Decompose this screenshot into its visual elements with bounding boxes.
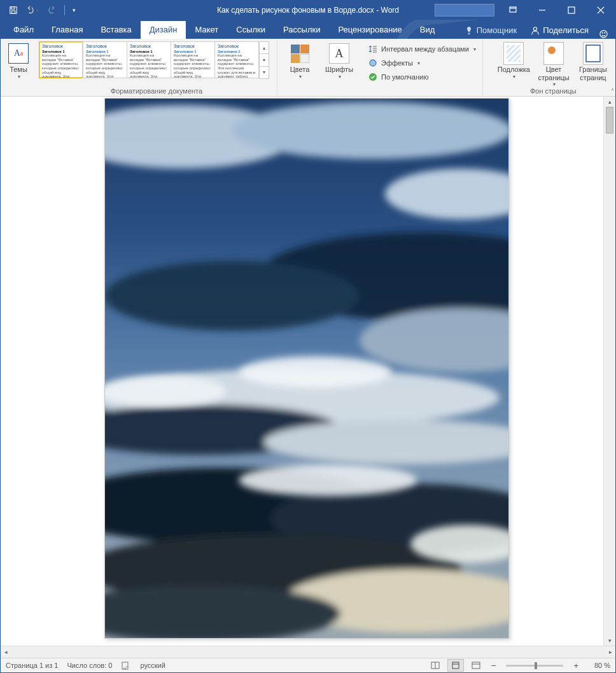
gallery-down-button[interactable]: ▾ — [259, 53, 269, 66]
colors-label: Цвета — [290, 66, 310, 74]
tab-home[interactable]: Главная — [43, 21, 92, 39]
group-doc-formatting: ЗаголовокЗаголовок 1Коллекция на вкладке… — [36, 39, 277, 96]
set-default-button[interactable]: По умолчанию — [368, 71, 476, 83]
person-icon — [531, 26, 540, 35]
themes-icon: Aa — [8, 43, 29, 64]
minimize-button[interactable] — [528, 1, 557, 20]
page-indicator[interactable]: Страница 1 из 1 — [6, 662, 58, 669]
svg-point-7 — [602, 32, 603, 33]
web-layout-button[interactable] — [468, 659, 484, 672]
svg-rect-1 — [11, 7, 15, 10]
watermark-button[interactable]: Подложка▾ — [494, 40, 534, 80]
paragraph-spacing-icon — [368, 44, 378, 54]
fonts-label: Шрифты — [325, 66, 353, 74]
zoom-slider[interactable] — [506, 665, 563, 667]
tab-design[interactable]: Дизайн — [141, 21, 186, 39]
tab-file[interactable]: Файл — [4, 21, 43, 39]
gallery-up-button[interactable]: ▴ — [259, 41, 269, 54]
svg-point-5 — [534, 27, 537, 30]
gallery-more-button[interactable]: ▾ — [259, 66, 269, 79]
zoom-out-button[interactable]: − — [488, 660, 498, 670]
lightbulb-icon — [465, 26, 473, 35]
colors-button[interactable]: Цвета▾ — [280, 40, 319, 80]
spellcheck-icon[interactable] — [121, 660, 131, 670]
zoom-in-button[interactable]: + — [571, 661, 581, 670]
tell-me-label: Помощник — [477, 25, 517, 35]
tab-references[interactable]: Ссылки — [227, 21, 274, 39]
vertical-scrollbar[interactable]: ▴ ▾ — [603, 97, 615, 646]
smile-icon — [599, 29, 608, 39]
paragraph-spacing-button[interactable]: Интервал между абзацами▾ — [368, 43, 476, 55]
qat-customize-button[interactable]: ▾ — [69, 3, 79, 18]
share-button[interactable]: Поделиться — [524, 22, 595, 39]
title-bar: ▾ ▾ Как сделать рисунок фоновым в Ворде.… — [1, 1, 615, 20]
svg-point-8 — [604, 32, 605, 33]
tell-me[interactable]: Помощник — [457, 22, 525, 39]
check-icon — [368, 72, 378, 82]
style-set-item[interactable]: ЗаголовокЗаголовок 1Коллекция на вкладке… — [171, 41, 215, 78]
page-1 — [104, 98, 509, 639]
maximize-button[interactable] — [557, 1, 586, 20]
group-doc-formatting-label: Форматирование документа — [111, 87, 202, 96]
style-set-item[interactable]: ЗаголовокЗаголовок 1Коллекция на вкладке… — [83, 41, 127, 78]
group-colors-fonts: Цвета▾ A Шрифты▾ — [277, 39, 361, 96]
collapse-ribbon-button[interactable]: ˄ — [611, 88, 614, 95]
quick-access-toolbar: ▾ ▾ — [1, 3, 79, 18]
ribbon-tabs: Файл Главная Вставка Дизайн Макет Ссылки… — [1, 20, 615, 39]
horizontal-scrollbar[interactable]: ◂ ▸ — [1, 646, 615, 658]
scroll-left-button[interactable]: ◂ — [1, 649, 11, 655]
fonts-icon: A — [329, 43, 349, 64]
svg-point-6 — [599, 31, 606, 38]
style-set-item[interactable]: ЗаголовокЗаголовок 1Коллекция на вкладке… — [127, 41, 171, 78]
scroll-right-button[interactable]: ▸ — [605, 649, 615, 655]
save-button[interactable] — [4, 3, 22, 18]
watermark-icon — [503, 42, 524, 65]
fonts-button[interactable]: A Шрифты▾ — [319, 40, 359, 80]
group-page-background: Подложка▾ Цвет страницы▾ Границы страниц… — [491, 39, 615, 96]
scroll-down-button[interactable]: ▾ — [604, 635, 615, 646]
background-image — [105, 99, 508, 638]
page-borders-button[interactable]: Границы страниц — [573, 40, 613, 81]
set-default-label: По умолчанию — [381, 73, 428, 81]
colors-icon — [291, 45, 309, 63]
word-count[interactable]: Число слов: 0 — [67, 662, 112, 669]
page-borders-label: Границы страниц — [579, 66, 607, 81]
account-box[interactable] — [435, 4, 494, 17]
style-set-item[interactable]: ЗаголовокЗаголовок 1Коллекция на вкладке… — [39, 41, 83, 78]
language-indicator[interactable]: русский — [140, 662, 165, 669]
style-set-gallery[interactable]: ЗаголовокЗаголовок 1Коллекция на вкладке… — [39, 40, 274, 78]
ribbon: Aa Темы ▾ ЗаголовокЗаголовок 1Коллекция … — [1, 39, 615, 97]
document-viewport[interactable] — [10, 97, 603, 646]
page-color-label: Цвет страницы — [538, 66, 569, 81]
title-controls — [435, 1, 615, 20]
feedback-button[interactable] — [595, 29, 612, 39]
effects-icon — [368, 58, 378, 68]
group-paragraph-effects: Интервал между абзацами▾ Эффекты▾ По умо… — [361, 39, 483, 96]
qat-separator — [64, 5, 65, 15]
themes-label: Темы — [10, 66, 27, 74]
tab-view[interactable]: Вид — [411, 21, 444, 39]
share-label: Поделиться — [543, 25, 589, 35]
redo-button[interactable] — [43, 3, 60, 18]
style-set-item[interactable]: ЗаголовокЗаголовок 1Коллекция на вкладке… — [214, 41, 259, 78]
print-layout-button[interactable] — [447, 659, 464, 672]
zoom-level[interactable]: 80 % — [585, 662, 610, 669]
group-page-background-label: Фон страницы — [530, 87, 577, 96]
gallery-nav: ▴ ▾ ▾ — [259, 41, 269, 78]
page-color-icon — [543, 42, 564, 65]
close-button[interactable] — [586, 1, 615, 20]
tab-review[interactable]: Рецензирование — [329, 21, 410, 39]
tab-mailings[interactable]: Рассылки — [274, 21, 329, 39]
tab-insert[interactable]: Вставка — [92, 21, 140, 39]
scroll-thumb[interactable] — [606, 107, 613, 134]
undo-button[interactable]: ▾ — [24, 3, 41, 18]
page-color-button[interactable]: Цвет страницы▾ — [534, 40, 573, 87]
tab-layout[interactable]: Макет — [186, 21, 227, 39]
document-area: ▴ ▾ — [1, 97, 615, 646]
read-mode-button[interactable] — [427, 659, 444, 672]
scroll-up-button[interactable]: ▴ — [604, 97, 615, 107]
effects-button[interactable]: Эффекты▾ — [368, 57, 476, 69]
themes-button[interactable]: Aa Темы ▾ — [0, 40, 38, 80]
ribbon-options-button[interactable] — [498, 1, 528, 20]
effects-label: Эффекты — [381, 59, 413, 67]
